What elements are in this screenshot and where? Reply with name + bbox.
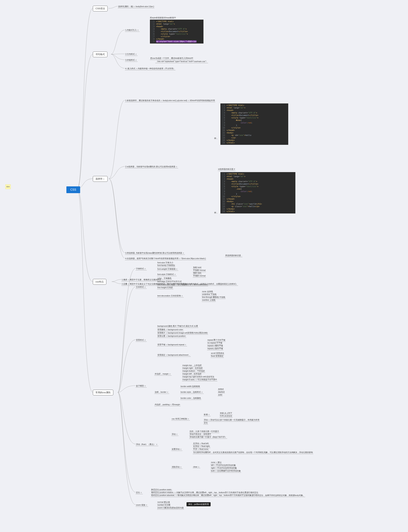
leaf-border-color: border-color，边框颜色 — [180, 397, 201, 400]
leaf-float-flt: 浮动 — [171, 433, 178, 436]
node-select[interactable]: 选择符 — [93, 176, 108, 182]
leaf-bg-color: 背景颜色background-color: — [157, 328, 184, 331]
node-format[interactable]: 书写格式 — [93, 51, 107, 57]
leaf-font-weight: font-weight:字体粗细 — [157, 267, 178, 271]
leaf-bg-attach: 背景固定background-attachment， — [157, 353, 191, 357]
leaf-sel-all: 4.全选择器，使用*号来表示对整个html中的所有标签都起作用*{font-si… — [125, 257, 206, 260]
leaf-border-width: border-width:边框粗细 — [180, 385, 200, 388]
eg-cls: 例， — [214, 211, 218, 214]
leaf-text-indent: text-indent:首行缩进首行缩进两字节text-indent:2em; — [157, 283, 208, 286]
leaf-flt-c: 浮动的元素只能一行显示（除盒子装不开） — [189, 435, 227, 439]
leaf-format-embed: 4. 嵌入样式内嵌和外链一种综合性的使用（不太常用） — [125, 67, 175, 70]
eg-id: 例， — [214, 137, 218, 140]
leaf-float-set: 设置浮动 — [171, 448, 182, 451]
code-head-style: 1<!DOCTYPE html> 2<html lang="en"> 3<hea… — [150, 20, 204, 43]
node-feature[interactable]: css特点 — [93, 279, 106, 285]
leaf-text-title: 文本样式 — [136, 285, 147, 289]
leaf-layout-std2: 行内 从左往右 — [220, 415, 233, 418]
leaf-float-clear: 清除浮动 — [171, 466, 182, 469]
leaf-layout-flt: 浮动浮动可以让多个块级元素一行无缝隙显示，布局最为常用 — [204, 418, 260, 422]
leaf-bg-s2: fixed 背景固定 — [211, 355, 224, 358]
tooltip-unit: 单位，px和em比较常用 — [187, 502, 211, 506]
leaf-font-family: font-family:字体类别 — [157, 264, 175, 267]
leaf-set-n: 不浮float:none; — [193, 448, 209, 451]
node-syntax[interactable]: CSS语法 — [93, 6, 108, 11]
leaf-float-layout: css 布局三种机制 — [171, 417, 190, 421]
leaf-font-color: color，字体颜色 — [157, 277, 172, 280]
leaf-bg-all: background:颜色 图片 平铺方式 固定方式 位置 — [157, 324, 198, 328]
leaf-bg-repeat: 背景平铺background-repeat — [157, 343, 187, 346]
leaf-margin-auto: margin:0 auto;可让块级盒子水平居中 — [182, 378, 217, 381]
leaf-syntax-rule: 选择符{属性：值}body{font-size:12px;} — [118, 5, 154, 8]
leaf-clear-b: both左右两侧不允许有浮动对象 — [211, 469, 241, 473]
leaf-bg-r4: repeat-y 纵向平铺 — [207, 347, 223, 350]
leaf-sel-tag: 1.标签选择符，通过标签的名字来命名的body{color:red;} p{co… — [125, 99, 215, 102]
leaf-format-ext-n2: 〈link rel="stylesheet" type="text/css" h… — [155, 60, 208, 63]
leaf-border-s2: dashed — [218, 391, 225, 393]
leaf-bg-img: 背景图片background-image:url(背景图片的位置及全称) — [157, 331, 208, 335]
node-attrs[interactable]: 常用的css属性 — [93, 390, 113, 395]
leaf-format-inline: 1.内嵌式引入 — [125, 29, 140, 32]
leaf-format-ext: 3.外链样式 — [125, 58, 138, 62]
leaf-bg-pos: 背景位置background-position: — [157, 335, 186, 338]
root-css[interactable]: CSS — [66, 186, 80, 193]
leaf-zoom-c: zoom:1 解决ie高度自适应问题 — [157, 506, 184, 509]
leaf-font-title: 字体样式 — [136, 267, 147, 270]
leaf-sel-cls: 3.类选择器, 当标签中出现class属性的时候 那么可以使用类选择器 — [125, 251, 185, 255]
leaf-zoom-title: zoom 缩放 — [136, 503, 148, 507]
leaf-feat-inherit: 1.继承网页中子元素，将继承父元素的样式 — [121, 278, 162, 282]
leaf-pos-abs: 绝对定位:position:absolute;将对象从文档流分离出来，通过设置l… — [151, 494, 305, 497]
sticky-note-legend: 图例 — [5, 184, 11, 189]
leaf-border: 边框，border — [154, 391, 169, 394]
leaf-border-s1: dotted — [218, 388, 224, 391]
leaf-float-title: 浮动（float）（重点） — [136, 443, 158, 446]
leaf-format-ext-n1: 把css当成是一个文件，通过link标签引入到html中 — [150, 57, 194, 60]
leaf-text-deco: text-decoration 文本的装饰 — [157, 294, 184, 298]
leaf-format-row: 2.行内样式 — [125, 53, 138, 56]
leaf-sel-cls-note: 类选择器的标识是 . — [225, 254, 242, 257]
leaf-font-style: font-style:字体样式 — [157, 273, 177, 276]
code-id-selector: 1<!DOCTYPE html> 2<html lang="en"> 3<hea… — [221, 103, 288, 145]
leaf-text-lh: line-height:行间距 — [157, 286, 173, 289]
leaf-layout-pos: 定位 — [204, 421, 208, 424]
leaf-box-title: 盒子模型 — [136, 384, 147, 388]
leaf-font-snormal: 不倾斜 normal — [193, 274, 206, 277]
leaf-border-style: border-style，边框样式 — [180, 391, 204, 394]
leaf-border-s3: solid — [218, 393, 222, 396]
leaf-layout-std: 标准 — [204, 413, 211, 416]
leaf-sel-id: 2.id选择器，当标签中出现id属性的 那么可以使用id选择器 — [125, 165, 178, 168]
leaf-padding: 内边距，padding同margin — [154, 403, 180, 406]
code-class-selector: 1<!DOCTYPE html> 2<html lang="en"> 3<hea… — [221, 172, 295, 214]
leaf-pos-title: 定位 — [136, 491, 143, 494]
leaf-margin: 外边距，margin — [154, 372, 171, 376]
leaf-clear: clear — [193, 466, 200, 468]
leaf-bg-title: 背景样式 — [136, 339, 147, 342]
leaf-set-note: 当元素有浮动属性时，会对其父元素或后面的元素产生影响，会出现一个布局错乱现象，可… — [193, 451, 313, 454]
leaf-format-inline-note: 把style标签嵌套在head标签中 — [150, 17, 176, 19]
leaf-text-over: overline 上划线 — [202, 299, 216, 302]
leaf-sel-id-note: id选择器的标识是 # — [218, 168, 235, 171]
leaf-text-align: text-align:文本水平对齐方式 — [157, 280, 182, 283]
